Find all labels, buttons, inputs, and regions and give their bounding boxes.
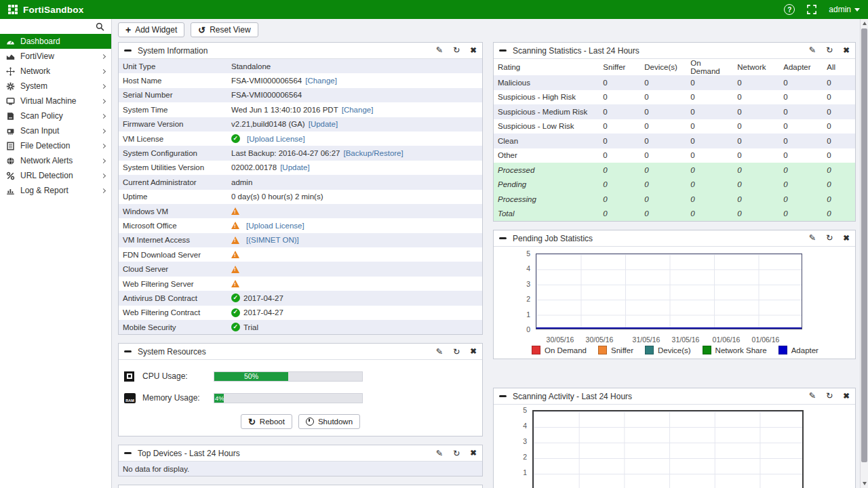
edit-icon[interactable]: ✎ [435, 348, 442, 357]
widget-system-resources: System Resources ✎ ↻ ✖ CPU Usage: 50% RA… [118, 343, 483, 436]
resource-buttons: ↻Reboot Shutdown [124, 414, 477, 429]
collapse-icon[interactable] [124, 452, 132, 454]
reset-icon: ↺ [198, 26, 205, 35]
edit-icon[interactable]: ✎ [808, 234, 815, 243]
collapse-icon[interactable] [499, 49, 507, 52]
widget-scanning-statistics: Scanning Statistics - Last 24 Hours ✎ ↻ … [493, 42, 856, 222]
table-row: Suspicious - Medium Risk000000 [494, 104, 855, 119]
shutdown-label: Shutdown [318, 418, 353, 426]
search-icon[interactable] [96, 22, 104, 31]
chevron-right-icon [101, 68, 106, 73]
refresh-icon[interactable]: ↻ [826, 46, 833, 55]
sidebar-item-network[interactable]: Network [0, 64, 111, 79]
x-axis-label: 30/05/16 [578, 336, 620, 344]
scroll-up-button[interactable] [861, 19, 868, 28]
refresh-icon[interactable]: ↻ [826, 392, 833, 401]
info-label: Current Administrator [123, 178, 231, 186]
sidebar-item-dashboard[interactable]: Dashboard [0, 34, 111, 49]
refresh-icon[interactable]: ↻ [826, 234, 833, 243]
info-link[interactable]: [(SIMNET ON)] [246, 236, 299, 244]
user-menu[interactable]: admin [829, 5, 860, 14]
info-label: Web Filtering Server [123, 280, 231, 288]
legend-item: On Demand [532, 346, 587, 354]
sidebar-item-file-detection[interactable]: File Detection [0, 138, 111, 153]
help-icon[interactable]: ? [784, 4, 795, 15]
column-header: On Demand [686, 59, 733, 75]
info-link[interactable]: [Change] [342, 106, 374, 114]
collapse-icon[interactable] [124, 350, 132, 352]
sidebar-item-network-alerts[interactable]: Network Alerts [0, 153, 111, 168]
collapse-icon[interactable] [499, 237, 507, 239]
info-link[interactable]: [Backup/Restore] [343, 149, 403, 157]
brand-name: FortiSandbox [23, 5, 83, 15]
chevron-right-icon [101, 54, 106, 58]
info-text: admin [231, 178, 252, 186]
sidebar-nav: Dashboard FortiView Network System Virtu… [0, 34, 111, 198]
close-icon[interactable]: ✖ [843, 47, 850, 55]
scrollbar-thumb[interactable] [861, 28, 867, 462]
info-label: Antivirus DB Contract [123, 294, 231, 302]
bar-chart-icon [6, 186, 20, 195]
info-link[interactable]: [Upload License] [247, 135, 305, 143]
sidebar-item-system[interactable]: System [0, 79, 111, 94]
info-link[interactable]: [Change] [305, 77, 337, 85]
info-link[interactable]: [Update] [280, 163, 309, 171]
ram-icon: RAM [124, 393, 142, 403]
info-link[interactable]: [Upload License] [246, 222, 304, 230]
sidebar-item-virtual-machine[interactable]: Virtual Machine [0, 94, 111, 108]
chevron-right-icon [101, 143, 106, 148]
sidebar-item-label: Network [20, 66, 50, 76]
widget-actions: ✎ ↻ ✖ [435, 348, 477, 357]
fullscreen-icon[interactable] [807, 5, 816, 14]
add-widget-button[interactable]: +Add Widget [118, 22, 184, 37]
widget-actions: ✎ ↻ ✖ [808, 234, 850, 243]
edit-icon[interactable]: ✎ [435, 449, 442, 458]
globe-icon [6, 157, 20, 165]
info-text: v2.21,build0148 (GA) [231, 120, 305, 128]
sidebar-item-url-detection[interactable]: URL Detection [0, 168, 111, 183]
legend-swatch [598, 346, 607, 354]
sidebar-item-log-report[interactable]: Log & Report [0, 183, 111, 198]
collapse-icon[interactable] [124, 49, 132, 52]
vertical-scrollbar[interactable] [860, 19, 868, 488]
sidebar-item-scan-policy[interactable]: Scan Policy [0, 108, 111, 123]
sidebar-item-fortiview[interactable]: FortiView [0, 49, 111, 64]
info-link[interactable]: [Update] [309, 120, 338, 128]
close-icon[interactable]: ✖ [470, 348, 477, 356]
column-header: Network [733, 59, 779, 75]
sidebar: Dashboard FortiView Network System Virtu… [0, 19, 112, 488]
brand: FortiSandbox [8, 5, 83, 15]
y-axis-tick: 4 [512, 422, 527, 430]
edit-icon[interactable]: ✎ [435, 46, 442, 55]
collapse-icon[interactable] [499, 395, 507, 397]
y-axis-tick: 1 [512, 468, 527, 476]
widget-header: System Resources ✎ ↻ ✖ [119, 344, 482, 360]
warning-icon [231, 280, 239, 287]
scroll-down-button[interactable] [861, 479, 868, 488]
widget-actions: ✎ ↻ ✖ [808, 46, 850, 55]
info-label: Microsoft Office [123, 222, 231, 230]
percent-link-icon [6, 171, 20, 180]
legend-swatch [703, 346, 711, 354]
refresh-icon[interactable]: ↻ [453, 46, 460, 55]
info-text: 02002.00178 [231, 163, 277, 171]
shutdown-button[interactable]: Shutdown [298, 414, 360, 429]
info-row: Serial NumberFSA-VMI000006564 [119, 88, 482, 102]
reset-view-button[interactable]: ↺Reset View [191, 22, 258, 37]
close-icon[interactable]: ✖ [470, 449, 477, 458]
edit-icon[interactable]: ✎ [808, 46, 815, 55]
sidebar-item-scan-input[interactable]: Scan Input [0, 123, 111, 138]
sidebar-item-label: URL Detection [20, 171, 73, 180]
close-icon[interactable]: ✖ [843, 392, 850, 401]
chevron-right-icon [101, 188, 106, 192]
reboot-button[interactable]: ↻Reboot [241, 414, 292, 429]
refresh-icon[interactable]: ↻ [453, 449, 460, 458]
device-input-icon [6, 127, 20, 136]
close-icon[interactable]: ✖ [843, 235, 850, 243]
plus-icon: + [125, 25, 131, 35]
info-row: Cloud Server [119, 262, 482, 276]
widget-header: Top Devices - Last 24 Hours ✎ ↻ ✖ [119, 445, 482, 462]
edit-icon[interactable]: ✎ [808, 392, 815, 401]
close-icon[interactable]: ✖ [470, 47, 477, 55]
refresh-icon[interactable]: ↻ [453, 348, 460, 357]
